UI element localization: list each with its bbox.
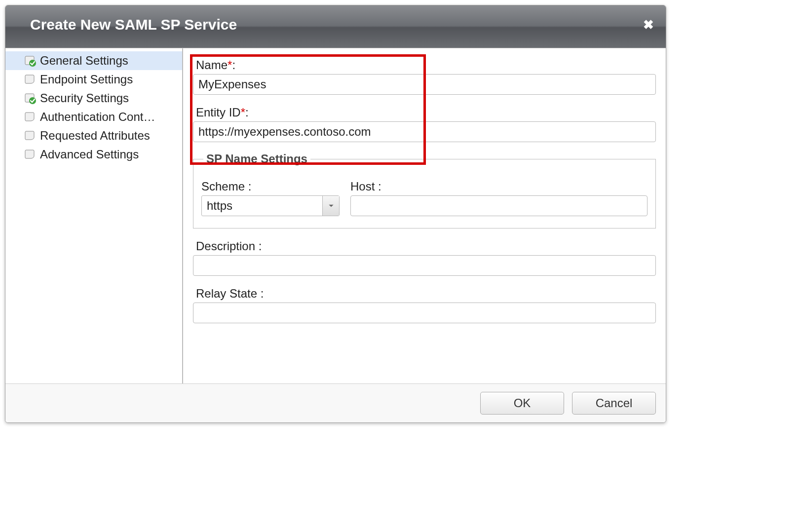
sidebar-item-label: Requested Attributes [40,129,150,143]
sidebar-item-5[interactable]: Advanced Settings [5,145,182,164]
entity-id-label-text: Entity ID [196,106,241,119]
page-icon [24,130,36,142]
sidebar-item-label: Advanced Settings [40,148,139,161]
sidebar-item-label: Authentication Cont… [40,110,155,124]
main-panel: Name*: Entity ID*: SP Name Settings Sche… [183,48,666,383]
page-icon [24,111,36,123]
scheme-select[interactable]: https [201,195,340,216]
sidebar-item-2[interactable]: Security Settings [5,89,182,108]
name-label: Name*: [196,58,656,72]
name-label-text: Name [196,58,228,72]
description-label: Description : [196,239,656,253]
sp-name-settings-legend: SP Name Settings [203,152,310,166]
scheme-label: Scheme : [201,180,340,193]
sidebar-item-0[interactable]: General Settings [5,51,182,70]
cancel-button[interactable]: Cancel [572,392,656,415]
sidebar-item-label: Security Settings [40,91,129,105]
sidebar-item-1[interactable]: Endpoint Settings [5,70,182,89]
sidebar-item-label: Endpoint Settings [40,73,133,86]
dialog-footer: OK Cancel [5,383,666,422]
dialog-header: Create New SAML SP Service ✖ [5,5,666,48]
sidebar-item-3[interactable]: Authentication Cont… [5,108,182,126]
dialog-body: General SettingsEndpoint SettingsSecurit… [5,48,666,383]
page-icon [24,149,36,160]
name-input[interactable] [193,74,656,95]
relay-state-label: Relay State : [196,287,656,301]
sp-name-settings-fieldset: SP Name Settings Scheme : https Host : [193,152,656,228]
required-asterisk: * [228,58,232,72]
host-input[interactable] [350,195,648,216]
host-label: Host : [350,180,648,193]
chevron-down-icon[interactable] [322,196,339,216]
sidebar-item-label: General Settings [40,54,128,68]
sidebar: General SettingsEndpoint SettingsSecurit… [5,48,183,383]
scheme-value: https [202,196,322,216]
entity-id-label: Entity ID*: [196,106,656,119]
sidebar-item-4[interactable]: Requested Attributes [5,126,182,145]
page-check-icon [24,55,36,67]
close-icon[interactable]: ✖ [643,17,654,33]
page-check-icon [24,92,36,104]
page-icon [24,74,36,85]
relay-state-input[interactable] [193,303,656,323]
required-asterisk: * [241,106,245,119]
description-input[interactable] [193,255,656,276]
ok-button[interactable]: OK [480,392,564,415]
dialog-title: Create New SAML SP Service [30,16,652,33]
entity-id-input[interactable] [193,121,656,142]
dialog: Create New SAML SP Service ✖ General Set… [5,5,666,423]
